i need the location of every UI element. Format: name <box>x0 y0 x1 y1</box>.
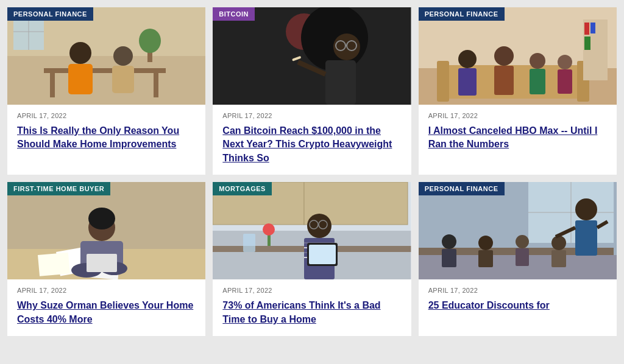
article-card-2[interactable]: BITCOIN APRIL 17, 2022 Can Bitcoin Reach… <box>213 7 411 175</box>
article-card-5[interactable]: MORTGAGES APRIL 17, 2022 <box>213 182 411 336</box>
svg-rect-42 <box>584 37 590 50</box>
card-title-3[interactable]: I Almost Canceled HBO Max -- Until I Ran… <box>428 124 607 152</box>
card-title-1[interactable]: This Is Really the Only Reason You Shoul… <box>17 124 196 152</box>
card-content-4: APRIL 17, 2022 Why Suze Orman Believes Y… <box>7 279 205 336</box>
card-date-3: APRIL 17, 2022 <box>428 112 607 119</box>
svg-rect-32 <box>458 68 477 96</box>
article-card-1[interactable]: PERSONAL FINANCE APRIL 17, 2022 This Is … <box>7 7 205 175</box>
card-image-wrapper-3: PERSONAL FINANCE <box>419 7 617 105</box>
card-title-5[interactable]: 73% of Americans Think It's a Bad Time t… <box>222 299 401 326</box>
article-card-4[interactable]: FIRST-TIME HOME BUYER APRIL 17, 2022 Why… <box>7 182 205 336</box>
svg-rect-41 <box>590 23 595 33</box>
svg-point-88 <box>575 198 597 220</box>
svg-rect-8 <box>50 73 55 97</box>
article-card-6[interactable]: PERSONAL FINANCE APRIL 17, 2022 25 Educa… <box>419 182 617 336</box>
svg-point-35 <box>530 53 545 69</box>
article-grid: PERSONAL FINANCE APRIL 17, 2022 This Is … <box>0 0 624 343</box>
svg-point-62 <box>263 223 275 236</box>
card-image-wrapper-2: BITCOIN <box>213 7 411 105</box>
category-badge-2: BITCOIN <box>213 7 255 21</box>
card-title-6[interactable]: 25 Educator Discounts for <box>428 299 607 312</box>
card-content-1: APRIL 17, 2022 This Is Really the Only R… <box>7 105 205 161</box>
card-content-5: APRIL 17, 2022 73% of Americans Think It… <box>213 279 411 336</box>
svg-point-31 <box>458 50 477 68</box>
category-badge-3: PERSONAL FINANCE <box>419 7 505 21</box>
svg-point-12 <box>113 46 133 66</box>
card-image-wrapper-4: FIRST-TIME HOME BUYER <box>7 182 205 279</box>
svg-rect-1 <box>7 56 205 105</box>
svg-rect-85 <box>516 248 529 266</box>
category-badge-4: FIRST-TIME HOME BUYER <box>7 182 110 195</box>
card-date-5: APRIL 17, 2022 <box>222 287 401 294</box>
svg-rect-11 <box>68 64 93 94</box>
svg-rect-53 <box>87 254 117 272</box>
svg-point-49 <box>88 208 115 229</box>
category-badge-6: PERSONAL FINANCE <box>419 182 505 195</box>
svg-rect-34 <box>494 66 514 95</box>
svg-rect-47 <box>38 253 70 276</box>
card-date-2: APRIL 17, 2022 <box>222 112 401 119</box>
card-date-6: APRIL 17, 2022 <box>428 287 607 294</box>
svg-rect-73 <box>309 245 336 264</box>
svg-point-80 <box>442 234 456 249</box>
svg-rect-60 <box>243 234 255 252</box>
card-image-wrapper-6: PERSONAL FINANCE <box>419 182 617 279</box>
card-title-4[interactable]: Why Suze Orman Believes Your Home Costs … <box>17 299 196 326</box>
svg-point-82 <box>478 236 493 250</box>
card-image-wrapper-5: MORTGAGES <box>213 182 411 279</box>
card-content-2: APRIL 17, 2022 Can Bitcoin Reach $100,00… <box>213 105 411 175</box>
svg-point-6 <box>139 29 161 53</box>
svg-rect-36 <box>530 69 545 94</box>
category-badge-5: MORTGAGES <box>213 182 272 195</box>
svg-point-84 <box>516 235 529 248</box>
svg-rect-9 <box>154 73 158 97</box>
category-badge-1: PERSONAL FINANCE <box>7 7 93 21</box>
svg-rect-81 <box>442 249 456 267</box>
svg-rect-38 <box>558 69 572 94</box>
card-image-wrapper-1: PERSONAL FINANCE <box>7 7 205 105</box>
svg-point-33 <box>494 46 514 66</box>
svg-rect-87 <box>551 250 566 267</box>
svg-rect-29 <box>437 61 449 102</box>
article-card-3[interactable]: PERSONAL FINANCE APRIL 17, 2022 I Almost… <box>419 7 617 175</box>
card-date-4: APRIL 17, 2022 <box>17 287 196 294</box>
svg-rect-89 <box>575 220 597 256</box>
svg-rect-7 <box>44 68 166 73</box>
svg-point-10 <box>69 42 91 64</box>
card-content-3: APRIL 17, 2022 I Almost Canceled HBO Max… <box>419 105 617 161</box>
svg-rect-13 <box>112 66 134 93</box>
card-date-1: APRIL 17, 2022 <box>17 112 196 119</box>
svg-rect-40 <box>584 23 589 35</box>
svg-rect-23 <box>325 60 356 105</box>
card-content-6: APRIL 17, 2022 25 Educator Discounts for <box>419 279 617 322</box>
svg-rect-83 <box>478 250 493 267</box>
card-title-2[interactable]: Can Bitcoin Reach $100,000 in the Next Y… <box>222 124 401 165</box>
svg-point-37 <box>558 55 572 69</box>
svg-point-86 <box>551 236 566 250</box>
